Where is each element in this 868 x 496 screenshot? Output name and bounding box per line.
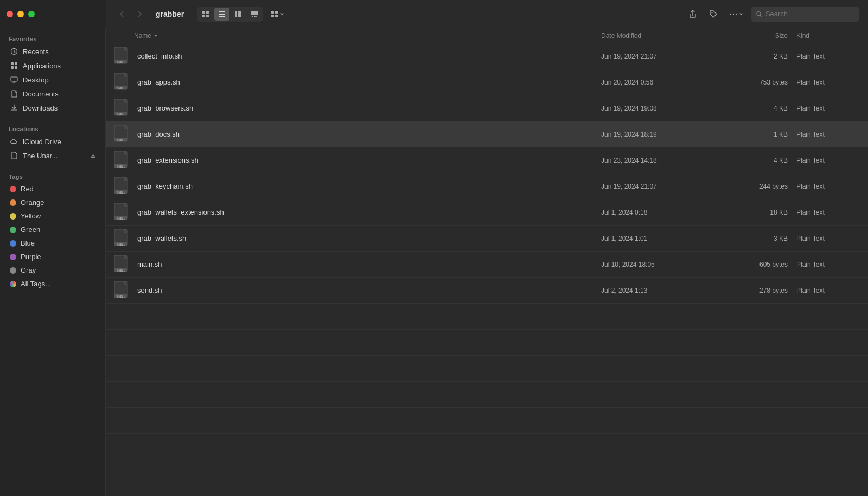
sidebar-item-desktop[interactable]: Desktop: [3, 73, 102, 86]
file-name-cell: SHELL collect_info.sh: [106, 47, 597, 66]
empty-row: [106, 304, 868, 330]
column-view-btn[interactable]: [231, 8, 246, 21]
red-dot: [10, 186, 16, 192]
tag-blue-label: Blue: [21, 239, 35, 247]
applications-icon: [10, 61, 18, 70]
gray-dot: [10, 267, 16, 274]
sidebar-item-applications[interactable]: Applications: [3, 59, 102, 72]
file-kind: Plain Text: [792, 261, 868, 268]
column-name-header[interactable]: Name: [106, 32, 597, 40]
eject-icon[interactable]: ⏏: [91, 153, 95, 159]
svg-text:SHELL: SHELL: [117, 113, 125, 116]
file-size: 244 bytes: [716, 183, 792, 190]
close-button[interactable]: [7, 11, 13, 17]
file-name-cell: SHELL grab_browsers.sh: [106, 99, 597, 118]
sidebar-item-tag-orange[interactable]: Orange: [3, 196, 102, 209]
icloud-icon: [10, 137, 18, 146]
desktop-label: Desktop: [23, 76, 49, 84]
empty-row: [106, 382, 868, 408]
table-row[interactable]: SHELL collect_info.sh Jun 19, 2024 21:07…: [106, 43, 868, 69]
svg-point-23: [733, 13, 734, 14]
sidebar-item-recents[interactable]: Recents: [3, 45, 102, 58]
sidebar-item-documents[interactable]: Documents: [3, 87, 102, 100]
file-list-header: Name Date Modified Size Kind: [106, 28, 868, 43]
traffic-lights: [0, 0, 106, 28]
file-icon: SHELL: [112, 125, 132, 144]
file-kind: Plain Text: [792, 287, 868, 294]
svg-text:SHELL: SHELL: [117, 217, 125, 220]
file-date: Jun 20, 2024 0:56: [597, 79, 716, 86]
view-mode-buttons: [197, 7, 263, 22]
file-size: 1 KB: [716, 131, 792, 138]
sidebar-item-icloud[interactable]: iCloud Drive: [3, 135, 102, 148]
maximize-button[interactable]: [28, 11, 35, 17]
svg-rect-2: [15, 62, 17, 65]
sidebar-item-all-tags[interactable]: All Tags...: [3, 278, 102, 290]
more-btn[interactable]: [726, 6, 746, 22]
file-size: 2 KB: [716, 53, 792, 60]
applications-label: Applications: [23, 62, 61, 70]
back-button[interactable]: [114, 7, 130, 22]
column-size-header[interactable]: Size: [716, 32, 792, 40]
sidebar-item-unar[interactable]: The Unar... ⏏: [3, 149, 102, 162]
tag-gray-label: Gray: [21, 266, 36, 274]
blue-dot: [10, 240, 16, 247]
search-input[interactable]: [765, 10, 854, 18]
file-list: SHELL collect_info.sh Jun 19, 2024 21:07…: [106, 43, 868, 496]
list-view-btn[interactable]: [214, 8, 229, 21]
icloud-label: iCloud Drive: [23, 138, 61, 146]
file-kind: Plain Text: [792, 131, 868, 138]
svg-rect-10: [235, 11, 237, 17]
file-name-cell: SHELL grab_wallets_extensions.sh: [106, 203, 597, 222]
column-date-header[interactable]: Date Modified: [597, 32, 716, 40]
sidebar: Favorites Recents Applications: [0, 0, 106, 496]
sidebar-item-tag-gray[interactable]: Gray: [3, 264, 102, 276]
table-row[interactable]: SHELL send.sh Jul 2, 2024 1:13 278 bytes…: [106, 278, 868, 304]
window-title: grabber: [156, 10, 184, 18]
purple-dot: [10, 254, 16, 260]
file-date: Jun 19, 2024 21:07: [597, 53, 716, 60]
tag-btn[interactable]: [705, 6, 722, 22]
file-icon: SHELL: [112, 281, 132, 300]
gallery-view-btn[interactable]: [247, 8, 262, 21]
table-row[interactable]: SHELL main.sh Jul 10, 2024 18:05 605 byt…: [106, 252, 868, 278]
table-row[interactable]: SHELL grab_keychain.sh Jun 19, 2024 21:0…: [106, 173, 868, 199]
table-row[interactable]: SHELL grab_extensions.sh Jun 23, 2024 14…: [106, 147, 868, 173]
tags-section-label: Tags: [0, 169, 105, 182]
file-name: grab_wallets_extensions.sh: [137, 208, 224, 216]
nav-buttons: [114, 7, 147, 22]
svg-rect-5: [11, 77, 17, 81]
file-kind: Plain Text: [792, 53, 868, 60]
svg-rect-18: [275, 11, 278, 14]
forward-button[interactable]: [132, 7, 147, 22]
file-name: grab_apps.sh: [137, 78, 180, 86]
sidebar-item-tag-blue[interactable]: Blue: [3, 237, 102, 249]
svg-rect-13: [251, 11, 258, 15]
table-row[interactable]: SHELL grab_wallets.sh Jul 1, 2024 1:01 3…: [106, 226, 868, 252]
downloads-icon: [10, 104, 18, 112]
sidebar-item-tag-purple[interactable]: Purple: [3, 250, 102, 263]
svg-rect-4: [15, 66, 17, 69]
sidebar-item-downloads[interactable]: Downloads: [3, 101, 102, 114]
file-kind: Plain Text: [792, 183, 868, 190]
empty-row: [106, 356, 868, 382]
file-name-cell: SHELL grab_wallets.sh: [106, 229, 597, 248]
table-row[interactable]: SHELL grab_browsers.sh Jun 19, 2024 19:0…: [106, 95, 868, 121]
sidebar-item-tag-red[interactable]: Red: [3, 183, 102, 195]
desktop-icon: [10, 75, 18, 84]
icon-view-btn[interactable]: [198, 8, 213, 21]
table-row[interactable]: SHELL grab_apps.sh Jun 20, 2024 0:56 753…: [106, 69, 868, 95]
table-row[interactable]: SHELL grab_docs.sh Jun 19, 2024 18:19 1 …: [106, 121, 868, 147]
group-by-btn[interactable]: [267, 6, 288, 22]
column-kind-header[interactable]: Kind: [792, 32, 868, 40]
sidebar-item-tag-green[interactable]: Green: [3, 223, 102, 236]
file-name: send.sh: [137, 286, 162, 294]
sidebar-item-tag-yellow[interactable]: Yellow: [3, 210, 102, 222]
search-box[interactable]: [751, 7, 859, 22]
table-row[interactable]: SHELL grab_wallets_extensions.sh Jul 1, …: [106, 199, 868, 226]
minimize-button[interactable]: [17, 11, 24, 17]
svg-rect-6: [202, 11, 205, 14]
file-size: 278 bytes: [716, 287, 792, 294]
svg-text:SHELL: SHELL: [117, 191, 125, 194]
share-btn[interactable]: [685, 6, 701, 22]
